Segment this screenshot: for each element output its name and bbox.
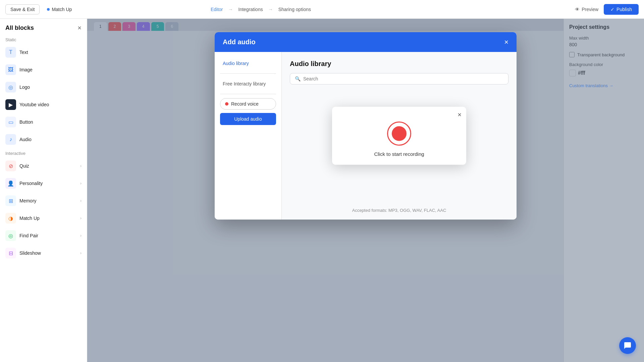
sidebar-item-text[interactable]: T Text	[0, 44, 87, 61]
image-icon: 🖼	[5, 64, 16, 75]
record-voice-modal: × Click to start recording	[332, 107, 466, 165]
logo-icon: ◎	[5, 82, 16, 93]
sidebar-item-memory[interactable]: ⊞ Memory ›	[0, 192, 87, 209]
memory-chevron-icon: ›	[80, 198, 82, 203]
interactive-section-label: Interactive	[0, 148, 87, 157]
current-project-indicator: Match Up	[44, 5, 75, 14]
sharing-options-step[interactable]: Sharing options	[276, 5, 314, 13]
record-voice-button[interactable]: Record voice	[220, 98, 276, 110]
search-input[interactable]	[303, 76, 503, 81]
record-modal-close-button[interactable]: ×	[458, 111, 462, 119]
upload-audio-button[interactable]: Upload audio	[220, 113, 276, 125]
modal-sidebar: Audio library Free Interacty library Rec…	[215, 52, 282, 220]
sidebar-item-logo[interactable]: ◎ Logo	[0, 78, 87, 96]
audio-icon: ♪	[5, 134, 16, 145]
quiz-icon: ⊘	[5, 161, 16, 171]
main-canvas-area: 1 2 3 4 5 6 Add audio × Audio library Fr…	[87, 19, 644, 362]
sidebar-divider	[220, 73, 276, 74]
project-name: Match Up	[52, 7, 72, 12]
youtube-icon: ▶	[5, 99, 16, 110]
sidebar-item-button[interactable]: ▭ Button	[0, 113, 87, 131]
modal-overlay: Add audio × Audio library Free Interacty…	[87, 19, 644, 362]
findpair-chevron-icon: ›	[80, 233, 82, 238]
modal-close-button[interactable]: ×	[504, 39, 508, 46]
record-inner-circle	[392, 126, 407, 141]
sidebar-item-findpair[interactable]: ◎ Find Pair ›	[0, 227, 87, 244]
sidebar-item-slideshow[interactable]: ⊟ Slideshow ›	[0, 244, 87, 262]
publish-button[interactable]: ✓ Publish	[604, 4, 639, 15]
preview-button[interactable]: 👁 Preview	[575, 7, 598, 12]
arrow-2: →	[268, 7, 273, 12]
modal-body: Audio library Free Interacty library Rec…	[215, 52, 517, 220]
memory-icon: ⊞	[5, 195, 16, 206]
free-library-tab[interactable]: Free Interacty library	[220, 78, 276, 90]
unsaved-dot	[47, 8, 50, 11]
sidebar-item-audio[interactable]: ♪ Audio	[0, 131, 87, 148]
text-icon: T	[5, 47, 16, 58]
search-bar: 🔍	[290, 73, 508, 84]
matchup-chevron-icon: ›	[80, 216, 82, 221]
sidebar-title: All blocks	[5, 24, 34, 32]
audio-library-tab[interactable]: Audio library	[220, 57, 276, 69]
personality-icon: 👤	[5, 178, 16, 189]
slideshow-icon: ⊟	[5, 248, 16, 258]
editor-step[interactable]: Editor	[208, 5, 226, 13]
arrow-1: →	[228, 7, 233, 12]
audio-library-heading: Audio library	[290, 60, 508, 68]
preview-icon: 👁	[575, 7, 580, 12]
start-recording-button[interactable]	[387, 122, 411, 146]
nav-right-actions: 👁 Preview ✓ Publish	[575, 4, 639, 15]
search-icon: 🔍	[295, 76, 301, 81]
slideshow-chevron-icon: ›	[80, 251, 82, 255]
top-navigation: Save & Exit Match Up Editor → Integratio…	[0, 0, 644, 19]
static-section-label: Static	[0, 35, 87, 44]
accepted-formats-text: Accepted formats: MP3, OGG, WAV, FLAC, A…	[352, 208, 446, 213]
record-dot-icon	[225, 102, 228, 106]
sidebar-item-image[interactable]: 🖼 Image	[0, 61, 87, 78]
integrations-step[interactable]: Integrations	[236, 5, 266, 13]
blocks-sidebar: All blocks × Static T Text 🖼 Image ◎ Log…	[0, 19, 87, 362]
sidebar-header: All blocks ×	[0, 19, 87, 35]
sidebar-item-personality[interactable]: 👤 Personality ›	[0, 175, 87, 192]
sidebar-divider-2	[220, 94, 276, 94]
modal-header: Add audio ×	[215, 32, 517, 52]
add-audio-modal: Add audio × Audio library Free Interacty…	[215, 32, 517, 220]
check-icon: ✓	[610, 7, 614, 12]
sidebar-close-button[interactable]: ×	[77, 24, 82, 32]
button-icon: ▭	[5, 117, 16, 127]
editor-steps: Editor → Integrations → Sharing options	[208, 5, 314, 13]
personality-chevron-icon: ›	[80, 181, 82, 186]
sidebar-item-quiz[interactable]: ⊘ Quiz ›	[0, 157, 87, 175]
sidebar-item-youtube[interactable]: ▶ Youtube video	[0, 96, 87, 113]
sidebar-item-matchup[interactable]: ◑ Match Up ›	[0, 209, 87, 227]
click-to-start-label: Click to start recording	[374, 151, 424, 157]
modal-title: Add audio	[223, 38, 256, 46]
modal-main-content: Audio library 🔍 × Click to start recordi…	[282, 52, 517, 220]
matchup-icon: ◑	[5, 213, 16, 224]
quiz-chevron-icon: ›	[80, 164, 82, 168]
findpair-icon: ◎	[5, 230, 16, 241]
save-exit-button[interactable]: Save & Exit	[5, 4, 40, 14]
chat-button[interactable]	[619, 337, 636, 354]
